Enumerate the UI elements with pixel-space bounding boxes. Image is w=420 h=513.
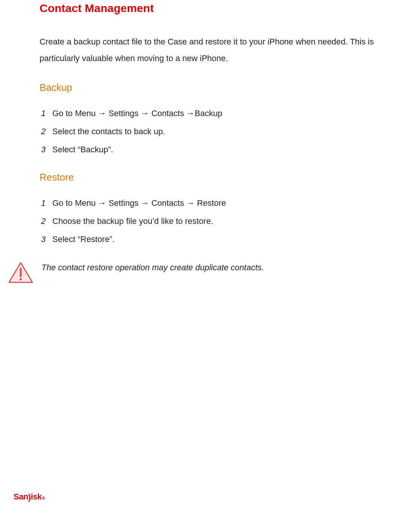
warning-icon bbox=[8, 261, 34, 284]
step-text: Choose the backup file you’d like to res… bbox=[52, 216, 382, 226]
page-title: Contact Management bbox=[40, 0, 382, 15]
section-restore-heading: Restore bbox=[40, 172, 382, 183]
warning-callout: The contact restore operation may create… bbox=[8, 261, 382, 284]
sandisk-logo: San)isk® bbox=[14, 492, 45, 502]
step-number: 2 bbox=[41, 216, 52, 226]
list-item: 3Select “Backup”. bbox=[41, 145, 382, 155]
step-text: Select “Backup”. bbox=[52, 145, 382, 155]
warning-text: The contact restore operation may create… bbox=[41, 263, 264, 273]
step-text: Select “Restore”. bbox=[52, 234, 382, 244]
footer: San)isk® bbox=[14, 492, 45, 502]
step-text: Select the contacts to back up. bbox=[52, 127, 382, 136]
restore-steps-list: 1Go to Menu → Settings → Contacts → Rest… bbox=[41, 198, 382, 244]
step-number: 1 bbox=[41, 109, 52, 118]
intro-paragraph: Create a backup contact file to the Case… bbox=[40, 34, 382, 67]
list-item: 3Select “Restore”. bbox=[41, 234, 382, 244]
backup-steps-list: 1Go to Menu → Settings → Contacts →Backu… bbox=[41, 109, 382, 155]
step-number: 2 bbox=[41, 127, 52, 136]
list-item: 1Go to Menu → Settings → Contacts →Backu… bbox=[41, 109, 382, 118]
step-number: 1 bbox=[41, 198, 52, 208]
list-item: 2Choose the backup file you’d like to re… bbox=[41, 216, 382, 226]
section-backup-heading: Backup bbox=[40, 82, 382, 93]
svg-point-2 bbox=[20, 278, 22, 280]
step-text: Go to Menu → Settings → Contacts →Backup bbox=[52, 109, 382, 118]
step-number: 3 bbox=[41, 234, 52, 244]
step-text: Go to Menu → Settings → Contacts → Resto… bbox=[52, 198, 382, 208]
list-item: 2Select the contacts to back up. bbox=[41, 127, 382, 136]
step-number: 3 bbox=[41, 145, 52, 155]
list-item: 1Go to Menu → Settings → Contacts → Rest… bbox=[41, 198, 382, 208]
